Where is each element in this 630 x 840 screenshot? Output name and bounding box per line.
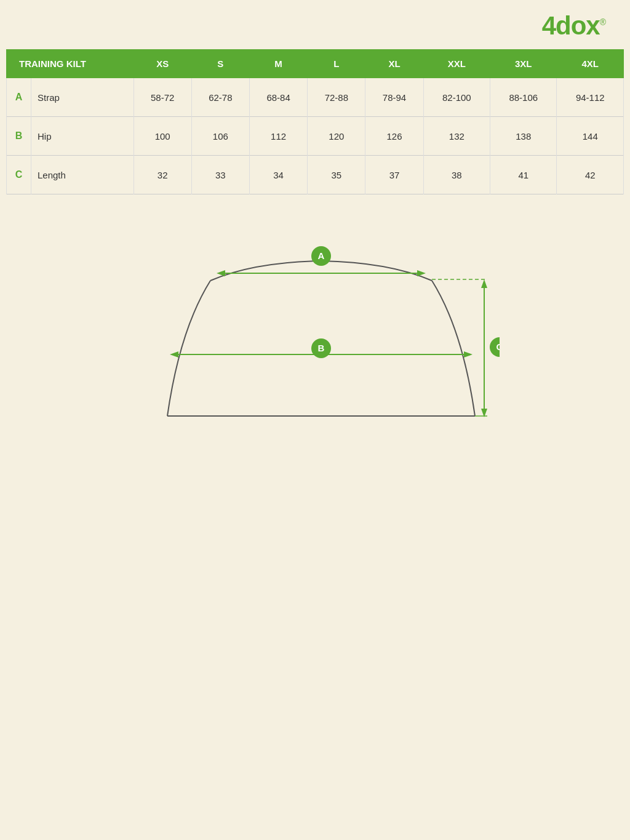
kilt-diagram: A B C xyxy=(130,219,500,465)
svg-marker-8 xyxy=(417,270,426,276)
svg-marker-7 xyxy=(217,270,225,276)
col-xs: XS xyxy=(134,50,191,78)
row-a-label: Strap xyxy=(31,78,134,117)
svg-text:A: A xyxy=(318,250,325,261)
col-3xl: 3XL xyxy=(490,50,557,78)
row-a-l: 72-88 xyxy=(308,78,365,117)
row-b-s: 106 xyxy=(191,117,249,156)
row-b-m: 112 xyxy=(249,117,307,156)
row-b-id: B xyxy=(7,117,31,156)
row-c-xs: 32 xyxy=(134,156,191,194)
table-row: B Hip 100 106 112 120 126 132 138 144 xyxy=(7,117,624,156)
row-c-label: Length xyxy=(31,156,134,194)
logo-text: 4dox xyxy=(542,11,600,40)
col-s: S xyxy=(191,50,249,78)
svg-marker-11 xyxy=(464,351,472,358)
row-c-xxl: 38 xyxy=(423,156,490,194)
svg-marker-10 xyxy=(170,351,178,358)
col-m: M xyxy=(249,50,307,78)
table-title: TRAINING KILT xyxy=(7,50,134,78)
row-c-4xl: 42 xyxy=(557,156,624,194)
row-a-xl: 78-94 xyxy=(365,78,423,117)
svg-text:B: B xyxy=(318,343,325,353)
logo-registered: ® xyxy=(600,17,605,27)
svg-marker-4 xyxy=(481,279,487,288)
table-row: C Length 32 33 34 35 37 38 41 42 xyxy=(7,156,624,194)
svg-text:C: C xyxy=(496,342,500,352)
row-c-3xl: 41 xyxy=(490,156,557,194)
brand-logo: 4dox® xyxy=(542,11,605,41)
col-xxl: XXL xyxy=(423,50,490,78)
row-b-3xl: 138 xyxy=(490,117,557,156)
row-b-label: Hip xyxy=(31,117,134,156)
row-a-xs: 58-72 xyxy=(134,78,191,117)
row-a-s: 62-78 xyxy=(191,78,249,117)
col-l: L xyxy=(308,50,365,78)
row-b-l: 120 xyxy=(308,117,365,156)
table-header-row: TRAINING KILT XS S M L XL XXL 3XL 4XL xyxy=(7,50,624,78)
row-b-xl: 126 xyxy=(365,117,423,156)
kilt-svg: A B C xyxy=(130,219,500,465)
row-a-m: 68-84 xyxy=(249,78,307,117)
row-c-id: C xyxy=(7,156,31,194)
row-c-s: 33 xyxy=(191,156,249,194)
row-c-m: 34 xyxy=(249,156,307,194)
col-4xl: 4XL xyxy=(557,50,624,78)
row-b-4xl: 144 xyxy=(557,117,624,156)
row-a-id: A xyxy=(7,78,31,117)
row-c-xl: 37 xyxy=(365,156,423,194)
row-b-xxl: 132 xyxy=(423,117,490,156)
row-a-3xl: 88-106 xyxy=(490,78,557,117)
row-c-l: 35 xyxy=(308,156,365,194)
row-b-xs: 100 xyxy=(134,117,191,156)
table-row: A Strap 58-72 62-78 68-84 72-88 78-94 82… xyxy=(7,78,624,117)
row-a-4xl: 94-112 xyxy=(557,78,624,117)
size-table: TRAINING KILT XS S M L XL XXL 3XL 4XL A … xyxy=(6,49,624,194)
col-xl: XL xyxy=(365,50,423,78)
row-a-xxl: 82-100 xyxy=(423,78,490,117)
size-table-container: TRAINING KILT XS S M L XL XXL 3XL 4XL A … xyxy=(6,49,624,194)
